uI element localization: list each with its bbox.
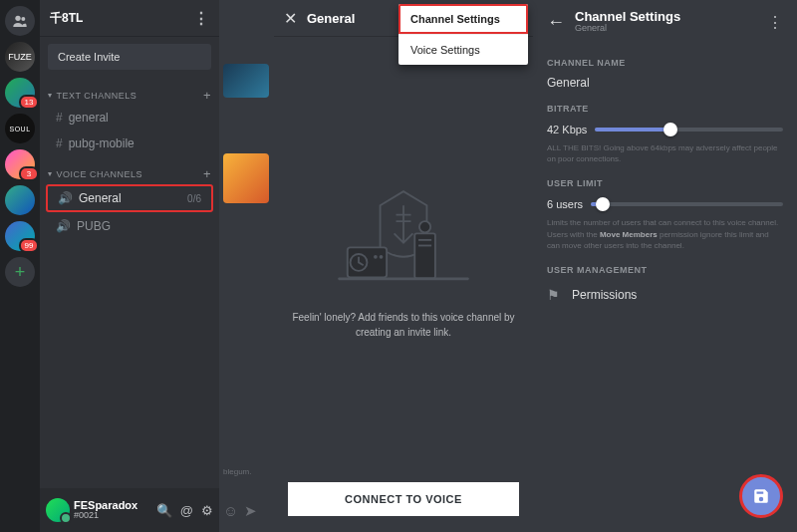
connect-to-voice-button[interactable]: CONNECT TO VOICE	[288, 482, 519, 516]
channel-label: general	[69, 111, 109, 125]
user-info[interactable]: FESparadox #0021	[74, 500, 137, 520]
svg-rect-10	[338, 277, 468, 280]
hint-bold: Move Members	[600, 230, 658, 239]
bitrate-hint: ALL THE BITS! Going above 64kbps may adv…	[547, 142, 783, 164]
add-server-button[interactable]: +	[5, 257, 35, 287]
usermgmt-label: USER MANAGEMENT	[547, 265, 783, 275]
emoji-icon[interactable]: ☺	[223, 502, 238, 520]
server-header[interactable]: 千8TL ⋮	[40, 0, 219, 36]
flag-icon: ⚑	[547, 287, 560, 303]
voice-channel-title: General	[307, 11, 355, 26]
category-text-channels[interactable]: ▾ TEXT CHANNELS +	[40, 78, 219, 105]
userlimit-label: USER LIMIT	[547, 178, 783, 188]
back-icon[interactable]: ←	[547, 12, 565, 33]
send-icon[interactable]: ➤	[244, 502, 257, 520]
voice-channel-general[interactable]: 🔊 General 0/6	[46, 184, 213, 212]
speaker-icon: 🔊	[56, 219, 71, 233]
channel-name-value[interactable]: General	[547, 76, 783, 90]
settings-title: Channel Settings	[575, 10, 680, 24]
userlimit-hint: Limits the number of users that can conn…	[547, 217, 783, 251]
save-icon	[752, 487, 770, 505]
voice-channel-pubg[interactable]: 🔊 PUBG	[46, 214, 213, 238]
channel-label: pubg-mobile	[69, 136, 134, 150]
chevron-down-icon: ▾	[48, 169, 53, 178]
hash-icon: #	[56, 136, 63, 150]
server-2[interactable]	[5, 78, 35, 108]
server-menu-icon[interactable]: ⋮	[193, 9, 209, 28]
svg-point-9	[419, 221, 430, 232]
speaker-icon: 🔊	[58, 191, 73, 205]
svg-point-0	[15, 16, 20, 21]
create-invite-button[interactable]: Create Invite	[48, 44, 211, 70]
bitrate-slider[interactable]	[595, 128, 783, 132]
peek-thumbnail	[223, 64, 269, 98]
server-home[interactable]	[5, 6, 35, 36]
voice-channel-panel: ✕ General Channel Settings Voice Setting…	[274, 0, 533, 532]
server-6[interactable]	[5, 221, 35, 251]
server-5[interactable]	[5, 185, 35, 215]
permissions-row[interactable]: ⚑ Permissions	[547, 287, 783, 303]
channel-name-label: CHANNEL NAME	[547, 58, 783, 68]
server-rail: FUZE SOUL +	[0, 0, 40, 532]
search-icon[interactable]: 🔍	[156, 503, 172, 518]
server-name: 千8TL	[50, 10, 83, 27]
user-avatar[interactable]	[46, 498, 70, 522]
hash-icon: #	[56, 111, 63, 125]
chevron-down-icon: ▾	[48, 91, 53, 100]
background-chat-peek: urrently my First y video's blegum. ☺ ➤	[219, 0, 274, 532]
text-channel-general[interactable]: # general	[46, 106, 213, 130]
menu-voice-settings[interactable]: Voice Settings	[398, 34, 528, 65]
userlimit-slider[interactable]	[591, 202, 783, 206]
svg-point-4	[374, 255, 378, 259]
userlimit-value: 6 users	[547, 198, 583, 210]
settings-header: ← Channel Settings General ⋮	[547, 0, 783, 44]
svg-point-1	[21, 17, 25, 21]
channel-label: General	[79, 191, 122, 205]
user-tag: #0021	[74, 511, 137, 520]
peek-thumbnail	[223, 153, 269, 203]
permissions-label: Permissions	[572, 288, 637, 302]
menu-channel-settings[interactable]: Channel Settings	[398, 4, 528, 34]
server-4[interactable]	[5, 149, 35, 179]
settings-icon[interactable]: ⚙	[201, 503, 213, 518]
save-button[interactable]	[739, 474, 783, 518]
voice-empty-state: Feelin' lonely? Add friends to this voic…	[274, 36, 533, 482]
close-icon[interactable]: ✕	[284, 9, 297, 28]
text-channel-pubg-mobile[interactable]: # pubg-mobile	[46, 132, 213, 155]
user-panel: FESparadox #0021 🔍 @ ⚙	[40, 488, 219, 532]
settings-subtitle: General	[575, 24, 680, 34]
add-channel-icon[interactable]: +	[203, 166, 211, 181]
category-label: TEXT CHANNELS	[57, 91, 137, 101]
bitrate-label: BITRATE	[547, 104, 783, 114]
svg-point-5	[380, 255, 384, 259]
add-channel-icon[interactable]: +	[203, 88, 211, 103]
voice-illustration	[329, 178, 478, 298]
friends-icon	[12, 13, 28, 29]
channel-settings-panel: ← Channel Settings General ⋮ CHANNEL NAM…	[533, 0, 797, 532]
mentions-icon[interactable]: @	[180, 503, 193, 518]
empty-state-text: Feelin' lonely? Add friends to this voic…	[292, 310, 515, 340]
settings-menu-icon[interactable]: ⋮	[767, 13, 783, 32]
voice-user-count: 0/6	[187, 193, 201, 204]
category-label: VOICE CHANNELS	[57, 169, 143, 179]
server-fuze[interactable]: FUZE	[5, 42, 35, 72]
channel-sidebar: 千8TL ⋮ Create Invite ▾ TEXT CHANNELS + #…	[40, 0, 219, 532]
context-menu: Channel Settings Voice Settings	[398, 4, 528, 65]
category-voice-channels[interactable]: ▾ VOICE CHANNELS +	[40, 156, 219, 183]
channel-label: PUBG	[77, 219, 111, 233]
peek-footer-text: blegum.	[223, 467, 251, 476]
bitrate-value: 42 Kbps	[547, 124, 587, 135]
server-soul[interactable]: SOUL	[5, 114, 35, 143]
